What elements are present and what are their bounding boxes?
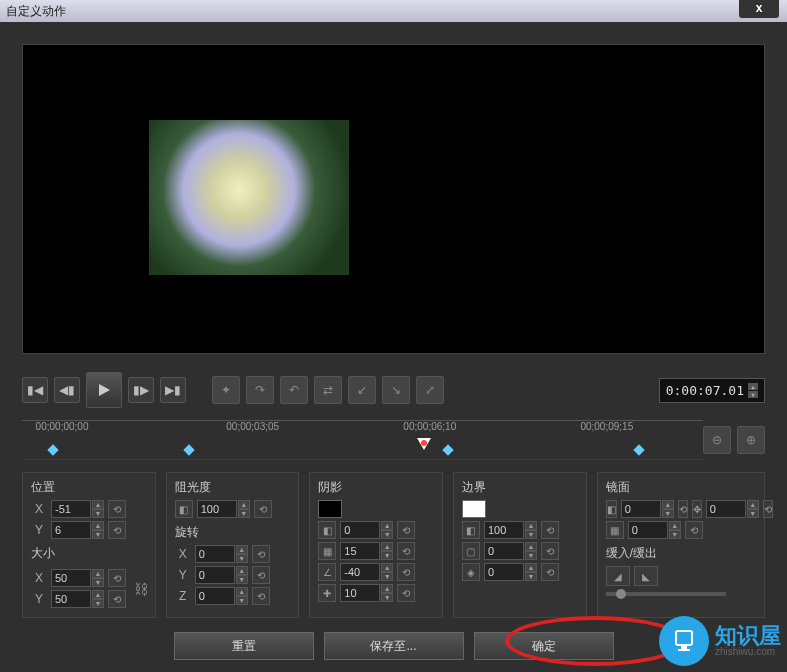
link-aspect-icon[interactable]: ⛓ [135, 566, 147, 611]
add-keyframe-button[interactable]: ✦ [212, 376, 240, 404]
reset-icon[interactable]: ⟲ [685, 521, 703, 539]
pos-y-input[interactable] [51, 521, 91, 539]
reset-icon[interactable]: ⟲ [541, 521, 559, 539]
move-icon[interactable]: ✥ [692, 500, 702, 518]
pos-y-label: Y [31, 523, 47, 537]
keyframe-marker[interactable] [443, 444, 454, 455]
ease-slider[interactable] [606, 592, 726, 596]
preview-viewport [22, 44, 765, 354]
svg-marker-0 [99, 384, 110, 396]
shadow-blur-icon: ▦ [318, 542, 336, 560]
reset-icon[interactable]: ⟲ [763, 500, 773, 518]
zoom-out-button[interactable]: ⊖ [703, 426, 731, 454]
reset-icon[interactable]: ⟲ [254, 500, 272, 518]
position-size-panel: 位置 X ▲▼ ⟲ Y ▲▼ ⟲ 大小 X ▲▼ ⟲ [22, 472, 156, 618]
ease-out-icon[interactable]: ◣ [634, 566, 658, 586]
playhead[interactable] [417, 438, 431, 450]
rotation-heading: 旋转 [175, 524, 291, 541]
mirror-v1-input[interactable] [621, 500, 661, 518]
reset-icon[interactable]: ⟲ [541, 542, 559, 560]
reset-icon[interactable]: ⟲ [252, 587, 270, 605]
dialog-body: ▮◀ ◀▮ ▮▶ ▶▮ ✦ ↷ ↶ ⇄ ↙ ↘ ⤢ 0:00:07.01 ▲▼ … [0, 22, 787, 672]
ease-in-icon[interactable]: ◢ [606, 566, 630, 586]
mirror-v2-input[interactable] [628, 521, 668, 539]
reset-icon[interactable]: ⟲ [397, 563, 415, 581]
reset-icon[interactable]: ⟲ [108, 590, 126, 608]
keyframe-marker[interactable] [184, 444, 195, 455]
dialog-title: 自定义动作 [6, 4, 66, 18]
title-bar: 自定义动作 x [0, 0, 787, 22]
timecode-display[interactable]: 0:00:07.01 ▲▼ [659, 378, 765, 403]
move-left-button[interactable]: ↙ [348, 376, 376, 404]
rot-y-input[interactable] [195, 566, 235, 584]
delete-keyframe-button[interactable]: ⤢ [416, 376, 444, 404]
keyframe-track[interactable] [22, 440, 703, 460]
next-keyframe-button[interactable]: ↷ [246, 376, 274, 404]
timecode-spinner[interactable]: ▲▼ [748, 383, 758, 398]
reset-icon[interactable]: ⟲ [108, 500, 126, 518]
size-y-input[interactable] [51, 590, 91, 608]
close-button[interactable]: x [739, 0, 779, 18]
border-v1-input[interactable] [484, 521, 524, 539]
reset-icon[interactable]: ⟲ [252, 545, 270, 563]
go-end-button[interactable]: ▶▮ [160, 377, 186, 403]
svg-rect-1 [676, 631, 692, 645]
size-heading: 大小 [31, 545, 147, 562]
ruler-tick-2: 00;00;06;10 [403, 421, 456, 432]
save-to-button[interactable]: 保存至... [324, 632, 464, 660]
svg-rect-3 [678, 649, 690, 651]
watermark: 知识屋 zhishiwu.com [659, 616, 781, 666]
step-back-button[interactable]: ◀▮ [54, 377, 80, 403]
shadow-v2-input[interactable] [340, 542, 380, 560]
keyframe-marker[interactable] [48, 444, 59, 455]
shadow-v3-input[interactable] [340, 563, 380, 581]
mirror-heading: 镜面 [606, 479, 756, 496]
border-color-swatch[interactable] [462, 500, 486, 518]
zoom-in-button[interactable]: ⊕ [737, 426, 765, 454]
go-start-button[interactable]: ▮◀ [22, 377, 48, 403]
mirror-ease-panel: 镜面 ◧ ▲▼ ⟲ ✥ ▲▼ ⟲ ▦ ▲▼ ⟲ 缓入/缓出 ◢ ◣ [597, 472, 765, 618]
keyframe-marker[interactable] [633, 444, 644, 455]
shadow-color-swatch[interactable] [318, 500, 342, 518]
ruler-tick-1: 00;00;03;05 [226, 421, 279, 432]
reset-button[interactable]: 重置 [174, 632, 314, 660]
reset-icon[interactable]: ⟲ [252, 566, 270, 584]
watermark-text: 知识屋 zhishiwu.com [715, 625, 781, 657]
size-y-label: Y [31, 592, 47, 606]
shadow-v1-input[interactable] [340, 521, 380, 539]
rot-z-input[interactable] [195, 587, 235, 605]
step-fwd-button[interactable]: ▮▶ [128, 377, 154, 403]
spin-down-icon[interactable]: ▼ [92, 509, 104, 518]
reset-icon[interactable]: ⟲ [541, 563, 559, 581]
reset-icon[interactable]: ⟲ [108, 569, 126, 587]
border-v2-input[interactable] [484, 542, 524, 560]
shadow-distance-icon: ✚ [318, 584, 336, 602]
preview-clip-thumbnail[interactable] [149, 120, 349, 275]
reset-icon[interactable]: ⟲ [108, 521, 126, 539]
reset-icon[interactable]: ⟲ [397, 542, 415, 560]
mirror-distance-icon: ▦ [606, 521, 624, 539]
play-button[interactable] [86, 372, 122, 408]
shadow-v4-input[interactable] [340, 584, 380, 602]
reverse-keyframe-button[interactable]: ⇄ [314, 376, 342, 404]
border-opacity-icon: ◧ [462, 521, 480, 539]
timeline-ruler[interactable]: 00;00;00;00 00;00;03;05 00;00;06;10 00;0… [22, 420, 703, 438]
move-right-button[interactable]: ↘ [382, 376, 410, 404]
shadow-angle-icon: ∠ [318, 563, 336, 581]
reset-icon[interactable]: ⟲ [397, 521, 415, 539]
playback-toolbar: ▮◀ ◀▮ ▮▶ ▶▮ ✦ ↷ ↶ ⇄ ↙ ↘ ⤢ 0:00:07.01 ▲▼ [10, 366, 777, 414]
size-x-input[interactable] [51, 569, 91, 587]
reset-icon[interactable]: ⟲ [397, 584, 415, 602]
ok-button[interactable]: 确定 [474, 632, 614, 660]
opacity-input[interactable] [197, 500, 237, 518]
pos-x-input[interactable] [51, 500, 91, 518]
spin-up-icon[interactable]: ▲ [92, 500, 104, 509]
mirror-v3-input[interactable] [706, 500, 746, 518]
reset-icon[interactable]: ⟲ [678, 500, 688, 518]
ease-heading: 缓入/缓出 [606, 545, 756, 562]
border-v3-input[interactable] [484, 563, 524, 581]
shadow-panel: 阴影 ◧ ▲▼ ⟲ ▦ ▲▼ ⟲ ∠ ▲▼ ⟲ ✚ ▲▼ ⟲ [309, 472, 443, 618]
rot-x-input[interactable] [195, 545, 235, 563]
prev-keyframe-button[interactable]: ↶ [280, 376, 308, 404]
shadow-opacity-icon: ◧ [318, 521, 336, 539]
